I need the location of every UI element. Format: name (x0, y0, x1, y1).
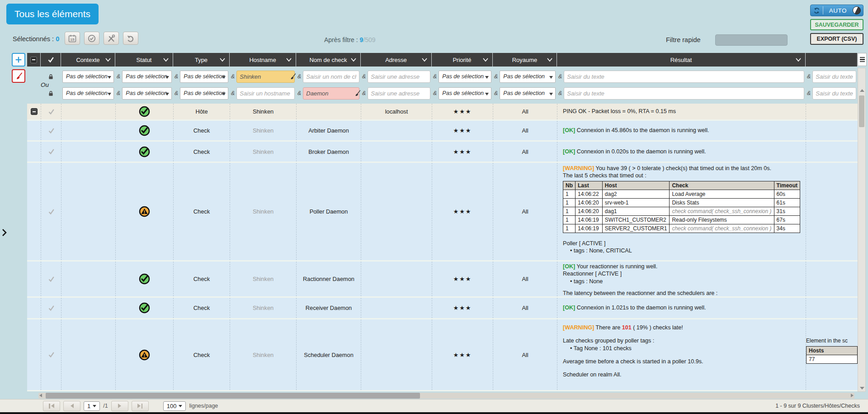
scroll-down-arrow[interactable] (860, 387, 864, 390)
check-filter-input[interactable] (303, 71, 359, 83)
selected-count: Sélectionnés : 0 (13, 35, 59, 43)
filter-extra: & (806, 69, 858, 84)
checkmark-icon[interactable] (48, 109, 55, 115)
address-cell: localhost (361, 104, 432, 119)
statut-select[interactable]: Pas de sélection (122, 87, 172, 100)
extra-filter-input[interactable] (812, 87, 856, 100)
calendar-button[interactable]: 15 (65, 32, 80, 45)
chevron-down-icon[interactable] (483, 58, 488, 62)
broom-icon[interactable] (289, 73, 297, 81)
table-row-host[interactable]: Hôte Shinken localhost ★★★ All PING OK -… (27, 104, 858, 121)
header-label: Statut (137, 57, 152, 63)
horizontal-scrollbar[interactable] (38, 393, 854, 399)
type-select[interactable]: Pas de sélection (180, 87, 228, 100)
chevron-down-icon[interactable] (796, 58, 801, 62)
table-row-broker[interactable]: Check Shinken Broker Daemon ★★★ All [OK]… (27, 142, 858, 163)
checkmark-icon[interactable] (48, 128, 55, 134)
save-button[interactable]: SAUVEGARDER (810, 19, 863, 30)
export-csv-button[interactable]: EXPORT (CSV) (810, 33, 863, 45)
header-nom-de-check[interactable]: Nom de check (296, 53, 361, 67)
chevron-down-icon[interactable] (286, 58, 292, 62)
checkmark-icon[interactable] (48, 276, 55, 282)
contexte-select[interactable]: Pas de sélection (62, 71, 114, 83)
validate-button[interactable] (84, 32, 99, 45)
tools-button[interactable] (104, 32, 119, 45)
after-filter-status: Après filtre : 9/509 (324, 36, 376, 43)
clear-filters-button[interactable] (12, 69, 25, 83)
header-collapse[interactable] (27, 53, 41, 67)
type-cell: Check (173, 262, 230, 296)
page-select[interactable]: 1 (84, 401, 100, 411)
auto-refresh-button[interactable]: AUTO (810, 5, 863, 16)
header-statut[interactable]: Statut (115, 53, 173, 67)
all-elements-button[interactable]: Tous les éléments (6, 4, 99, 24)
scroll-right-arrow[interactable] (851, 394, 854, 397)
chevron-down-icon[interactable] (105, 58, 111, 62)
chevron-down-icon[interactable] (547, 58, 552, 62)
chevron-down-icon[interactable] (351, 58, 356, 62)
checkmark-icon[interactable] (48, 209, 55, 215)
per-page-select[interactable]: 100 (163, 401, 186, 411)
statut-select[interactable]: Pas de sélection (122, 71, 172, 83)
table-row-receiver[interactable]: Check Shinken Receiver Daemon ★★★ All [O… (27, 298, 858, 319)
previous-page-button[interactable] (63, 401, 80, 411)
checkmark-icon[interactable] (48, 148, 55, 155)
chevron-down-icon[interactable] (220, 58, 225, 62)
vertical-scroll-thumb[interactable] (859, 95, 864, 127)
status-cell (115, 319, 173, 390)
priority-select[interactable]: Pas de sélection (439, 71, 491, 83)
result-filter-input[interactable] (564, 87, 804, 100)
table-row-poller[interactable]: Check Shinken Poller Daemon ★★★ All [WAR… (27, 163, 858, 262)
add-filter-button[interactable] (12, 53, 25, 67)
header-priorite[interactable]: Priorité (432, 53, 493, 67)
filter-contexte: Pas de sélection (61, 69, 115, 84)
chevron-down-icon[interactable] (422, 58, 427, 62)
header-label: Type (195, 57, 208, 63)
hostname-filter-input[interactable] (236, 87, 295, 100)
expand-panel-chevron[interactable] (2, 228, 7, 238)
check-name-cell (296, 104, 361, 119)
header-type[interactable]: Type (173, 53, 230, 67)
first-page-button[interactable] (43, 401, 60, 411)
next-page-button[interactable] (111, 401, 128, 411)
address-filter-input[interactable] (368, 87, 430, 100)
result-filter-input[interactable] (564, 71, 804, 83)
table-row-arbiter[interactable]: Check Shinken Arbiter Daemon ★★★ All [OK… (27, 121, 858, 142)
header-resultat[interactable]: Résultat (557, 53, 806, 67)
header-royaume[interactable]: Royaume (493, 53, 557, 67)
hostname-filter-input[interactable] (236, 71, 295, 83)
quick-filter-input[interactable] (715, 34, 788, 46)
address-cell (361, 163, 432, 260)
contexte-cell (61, 262, 115, 296)
realm-select[interactable]: Pas de sélection (500, 71, 556, 83)
scroll-left-arrow[interactable] (39, 394, 42, 397)
header-select-all[interactable] (41, 53, 61, 67)
priority-select[interactable]: Pas de sélection (439, 87, 491, 100)
checkmark-icon[interactable] (48, 352, 55, 358)
result-cell: [OK] Your reactionner is running well. R… (557, 262, 806, 296)
chevron-down-icon[interactable] (163, 58, 169, 62)
check-filter-input[interactable] (303, 87, 359, 100)
last-page-button[interactable] (132, 401, 149, 411)
table-row-scheduler[interactable]: Check Shinken Scheduler Daemon ★★★ All [… (27, 319, 858, 391)
vertical-scrollbar[interactable] (858, 68, 866, 392)
scroll-up-arrow[interactable] (860, 89, 864, 92)
contexte-select[interactable]: Pas de sélection (62, 87, 114, 100)
type-select[interactable]: Pas de sélection (180, 71, 228, 83)
collapse-icon[interactable] (31, 108, 38, 115)
realm-select[interactable]: Pas de sélection (500, 87, 556, 100)
avg-line: Average time before a check is started i… (563, 358, 800, 365)
header-contexte[interactable]: Contexte (61, 53, 115, 67)
header-hostname[interactable]: Hostname (230, 53, 296, 67)
and-separator: & (297, 90, 301, 96)
checkmark-icon[interactable] (48, 305, 55, 311)
header-adresse[interactable]: Adresse (361, 53, 432, 67)
table-row-ractionner[interactable]: Check Shinken Ractionner Daemon ★★★ All … (27, 262, 858, 298)
address-filter-input[interactable] (368, 71, 430, 83)
column-menu-button[interactable] (858, 53, 867, 66)
extra-filter-input[interactable] (812, 71, 856, 83)
undo-button[interactable] (123, 32, 138, 45)
horizontal-scroll-thumb[interactable] (46, 393, 420, 399)
broom-icon[interactable] (354, 90, 361, 97)
contexte-cell (61, 104, 115, 119)
